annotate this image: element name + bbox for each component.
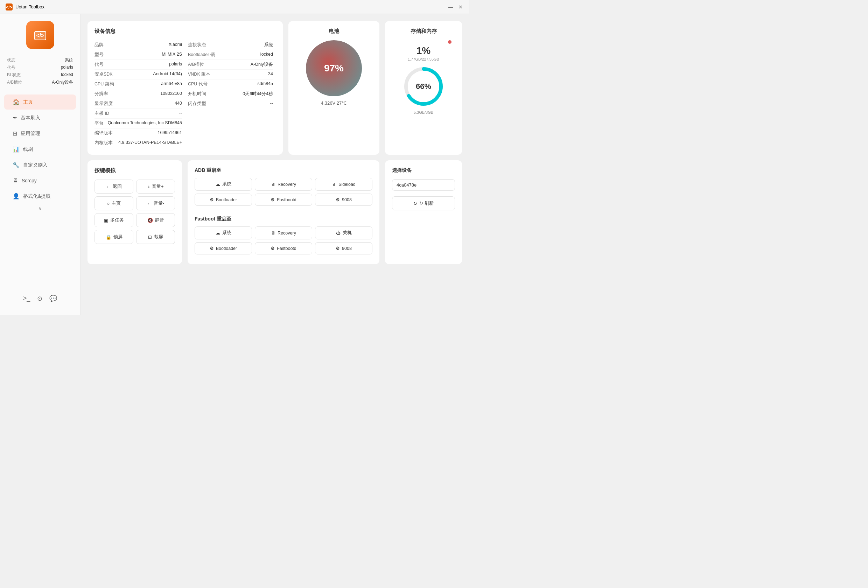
- adb-recovery-button[interactable]: 🖥 Recovery: [255, 178, 312, 191]
- fastboot-reboot-title: Fastboot 重启至: [195, 216, 372, 222]
- fb-9008-button[interactable]: ⚙ 9008: [315, 242, 372, 254]
- ram-donut-container: 66%: [403, 65, 444, 108]
- sidebar-item-format[interactable]: 👤 格式化&提取: [4, 189, 76, 204]
- sidebar-status-label: 状态: [7, 58, 15, 64]
- close-button[interactable]: ✕: [458, 4, 464, 10]
- codename-value: polaris: [169, 62, 182, 68]
- minimize-button[interactable]: —: [448, 4, 453, 10]
- bootloader-row: Bootloader 锁 locked: [188, 50, 273, 60]
- adb-sideload-button[interactable]: 🖥 Sideload: [315, 178, 372, 191]
- home-key-icon: ○: [107, 201, 110, 206]
- conn-status-label: 连接状态: [188, 42, 206, 48]
- sidebar-item-custom[interactable]: 🔧 自定义刷入: [4, 158, 76, 173]
- platform-row: 平台 Qualcomm Technologies, Inc SDM845: [94, 119, 182, 129]
- home-icon: 🏠: [13, 99, 19, 105]
- flash-type-row: 闪存类型 --: [188, 99, 273, 108]
- device-info-right-col: 连接状态 系统 Bootloader 锁 locked A/B槽位 A-Only…: [185, 40, 276, 148]
- sidebar-bottom: >_ ⊙ 💬: [0, 289, 80, 308]
- vol-up-button[interactable]: ♪ 音量+: [136, 180, 175, 194]
- apps-icon: ⊞: [13, 130, 17, 137]
- sidebar-bl-label: BL状态: [7, 72, 21, 78]
- codename-row: 代号 polaris: [94, 60, 182, 69]
- sdk-value: Android 14(34): [153, 71, 182, 77]
- recent-apps-button[interactable]: ▣ 多任务: [94, 213, 133, 227]
- adb-recovery-icon: 🖥: [271, 182, 275, 187]
- sidebar-item-apps[interactable]: ⊞ 应用管理: [4, 126, 76, 141]
- cpu-arch-row: CPU 架构 arm64-v8a: [94, 80, 182, 89]
- feedback-icon[interactable]: 💬: [49, 295, 57, 302]
- board-id-value: --: [179, 111, 182, 117]
- uptime-label: 开机时间: [188, 91, 206, 97]
- fb-recovery-button[interactable]: 🖥 Recovery: [255, 226, 312, 239]
- battery-voltage: 4.326V: [321, 100, 335, 106]
- sidebar-nav: 🏠 主页 ✒ 基本刷入 ⊞ 应用管理 📊 线刷 🔧 自定义刷入 🖥 Scrc: [0, 94, 80, 289]
- home-key-label: 主页: [112, 200, 121, 207]
- fb-poweroff-button[interactable]: ⏻ 关机: [315, 226, 372, 239]
- sidebar-item-scrcpy[interactable]: 🖥 Scrcpy: [4, 173, 76, 188]
- flash-type-label: 闪存类型: [188, 101, 206, 107]
- sidebar-item-home[interactable]: 🏠 主页: [4, 95, 76, 109]
- sidebar-format-label: 格式化&提取: [23, 193, 51, 199]
- adb-bootloader-button[interactable]: ⚙ Bootloader: [195, 194, 252, 206]
- adb-system-button[interactable]: ☁ 系统: [195, 178, 252, 191]
- refresh-devices-button[interactable]: ↻ ↻ 刷新: [392, 196, 455, 210]
- adb-9008-button[interactable]: ⚙ 9008: [315, 194, 372, 206]
- vol-down-label: 音量-: [154, 200, 164, 207]
- board-id-row: 主板 ID --: [94, 109, 182, 119]
- resolution-value: 1080x2160: [160, 91, 182, 97]
- build-label: 编译版本: [94, 130, 113, 136]
- refresh-icon: ↻: [413, 201, 417, 206]
- sidebar-device-info: 状态 系统 代号 polaris BL状态 locked A/B槽位 A-Onl…: [0, 58, 80, 87]
- conn-status-value: 系统: [264, 42, 273, 48]
- sidebar: </> 状态 系统 代号 polaris BL状态 locked A/B槽位 A…: [0, 14, 81, 315]
- fb-bootloader-button[interactable]: ⚙ Bootloader: [195, 242, 252, 254]
- lock-label: 锁屏: [114, 234, 123, 240]
- home-key-button[interactable]: ○ 主页: [94, 196, 133, 210]
- brand-label: 品牌: [94, 42, 103, 48]
- back-key-button[interactable]: ← 返回: [94, 180, 133, 194]
- build-row: 编译版本 1699514961: [94, 129, 182, 138]
- adb-fastbootd-label: Fastbootd: [277, 197, 297, 202]
- lock-screen-button[interactable]: 🔒 锁屏: [94, 230, 133, 244]
- adb-sideload-icon: 🖥: [332, 182, 337, 187]
- kernel-label: 内核版本: [94, 140, 113, 146]
- sidebar-bl-value: locked: [61, 72, 73, 78]
- density-label: 显示密度: [94, 101, 113, 107]
- fb-9008-icon: ⚙: [336, 246, 340, 251]
- device-select-dropdown[interactable]: 4ca0478e: [392, 179, 455, 191]
- bootloader-label: Bootloader 锁: [188, 52, 215, 58]
- mute-button[interactable]: 🔇 静音: [136, 213, 175, 227]
- device-info-card: 设备信息 品牌 Xiaomi 型号 Mi MIX 2S 代号: [87, 21, 283, 155]
- model-label: 型号: [94, 52, 103, 58]
- adb-fastbootd-button[interactable]: ⚙ Fastbootd: [255, 194, 312, 206]
- model-row: 型号 Mi MIX 2S: [94, 50, 182, 60]
- app-logo-icon: </>: [6, 3, 13, 10]
- device-info-title: 设备信息: [94, 28, 276, 35]
- adb-bootloader-label: Bootloader: [216, 197, 237, 202]
- vol-down-button[interactable]: ← 音量-: [136, 196, 175, 210]
- adb-system-label: 系统: [222, 181, 231, 187]
- terminal-icon[interactable]: >_: [23, 295, 31, 302]
- fb-recovery-icon: 🖥: [271, 230, 275, 236]
- keys-grid: ← 返回 ♪ 音量+ ○ 主页 ← 音量-: [94, 180, 175, 244]
- brand-row: 品牌 Xiaomi: [94, 40, 182, 50]
- logo-area: </>: [0, 21, 80, 49]
- adb-bootloader-icon: ⚙: [210, 197, 214, 202]
- board-id-label: 主板 ID: [94, 111, 109, 117]
- screenshot-button[interactable]: ⊡ 截屏: [136, 230, 175, 244]
- fb-poweroff-icon: ⏻: [336, 230, 341, 236]
- sidebar-item-lineflash[interactable]: 📊 线刷: [4, 142, 76, 157]
- vndk-row: VNDK 版本 34: [188, 69, 273, 80]
- ab-slot-value: A-Only设备: [251, 62, 273, 68]
- app-title: Uotan Toolbox: [15, 4, 44, 9]
- sdk-label: 安卓SDK: [94, 71, 113, 77]
- fb-system-icon: ☁: [216, 230, 220, 236]
- fb-system-button[interactable]: ☁ 系统: [195, 226, 252, 239]
- resolution-row: 分辨率 1080x2160: [94, 89, 182, 99]
- ab-slot-row: A/B槽位 A-Only设备: [188, 60, 273, 69]
- expand-nav-button[interactable]: ∨: [0, 204, 80, 213]
- fb-fastbootd-button[interactable]: ⚙ Fastbootd: [255, 242, 312, 254]
- sidebar-item-flash[interactable]: ✒ 基本刷入: [4, 110, 76, 125]
- github-icon[interactable]: ⊙: [37, 295, 42, 302]
- format-icon: 👤: [13, 193, 19, 199]
